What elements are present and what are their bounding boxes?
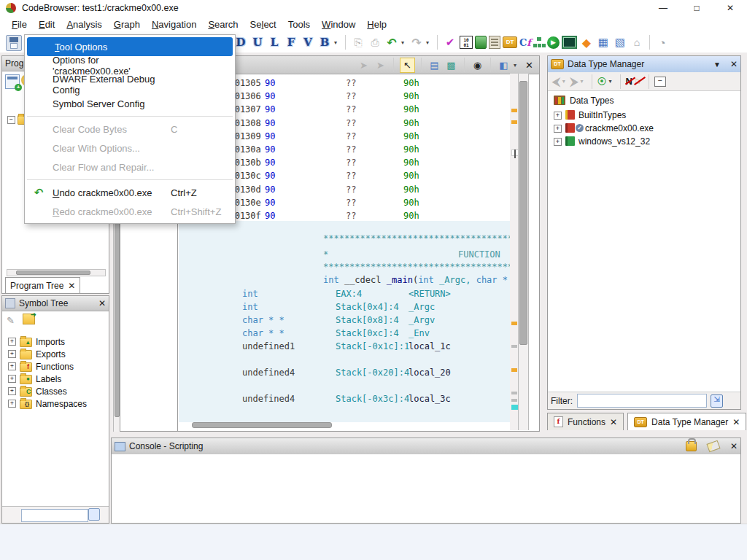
nav-marker[interactable]	[511, 399, 517, 402]
nav-marker[interactable]	[511, 345, 517, 348]
console-close-icon[interactable]: ✕	[730, 441, 738, 451]
data-type-manager-icon[interactable]: DT	[503, 36, 517, 48]
maximize-button[interactable]: □	[680, 0, 713, 16]
copy-icon[interactable]: ⎘	[351, 35, 365, 50]
tree-expander-plus[interactable]: +	[8, 387, 16, 395]
console-output[interactable]	[112, 454, 740, 523]
cursor-back-icon[interactable]: ➤	[357, 58, 371, 72]
new-tree-icon[interactable]: +	[5, 74, 20, 89]
console-clear-eraser-icon[interactable]	[706, 440, 720, 453]
field-formatter-caret-icon[interactable]: ▾	[514, 62, 519, 69]
console-header[interactable]: Console - Scripting ✕	[112, 438, 740, 455]
program-tree-tab-close-icon[interactable]: ✕	[68, 281, 75, 291]
cursor-location-icon[interactable]: ↖	[400, 58, 415, 73]
console-lock-icon[interactable]	[686, 441, 697, 451]
dtm-item-windows-vs12-32[interactable]: +windows_vs12_32	[548, 135, 740, 148]
dtm-header[interactable]: DT Data Type Manager ▼ ✕	[548, 56, 740, 73]
cursor-forward-icon[interactable]: ➤	[374, 58, 387, 72]
menubar-item-edit[interactable]: Edit	[33, 18, 61, 31]
tree-expander-minus[interactable]: −	[7, 116, 15, 124]
tree-expander-plus[interactable]: +	[554, 125, 562, 133]
tab-close-icon[interactable]: ✕	[732, 417, 740, 427]
tree-expander-plus[interactable]: +	[8, 350, 16, 358]
dtm-close-icon[interactable]: ✕	[730, 59, 738, 69]
menu-item-options-for-crackme0x00-exe[interactable]: Options for 'crackme0x00.exe'	[25, 56, 235, 75]
tab-data-type-manager[interactable]: DTData Type Manager✕	[627, 413, 746, 430]
goto-symbol-icon[interactable]: ➜	[23, 314, 35, 324]
symbol-table-icon[interactable]: ⌂	[630, 35, 644, 50]
dtm-filter-pointers-icon[interactable]: ☞	[635, 76, 643, 87]
symbol-tree-item-imports[interactable]: +▴Imports	[2, 335, 109, 348]
nav-marker[interactable]	[511, 322, 517, 325]
tree-expander-plus[interactable]: +	[8, 400, 16, 408]
tree-expander-plus[interactable]: +	[554, 112, 562, 120]
redo-icon[interactable]: ↷	[409, 35, 424, 50]
nav-marker[interactable]	[511, 368, 517, 372]
menu-item-dwarf-external-debug-config[interactable]: DWARF External Debug Config	[25, 75, 235, 94]
dtm-filter-arrays-icon[interactable]: N	[626, 76, 632, 87]
minimize-button[interactable]: —	[646, 0, 680, 16]
tree-expander-plus[interactable]: +	[8, 375, 16, 383]
toolbar-letter-d[interactable]: D	[233, 36, 248, 49]
call-tree-icon[interactable]	[533, 36, 545, 48]
byte-viewer-icon[interactable]: 1001	[460, 36, 473, 49]
tab-functions[interactable]: fFunctions✕	[547, 413, 624, 430]
function-compare-icon[interactable]: Cf	[519, 37, 531, 48]
menubar-item-file[interactable]: File	[6, 18, 33, 31]
tab-close-icon[interactable]: ✕	[610, 417, 617, 427]
nav-marker[interactable]	[511, 120, 517, 124]
symbol-tree-close-icon[interactable]: ✕	[98, 298, 106, 308]
tree-expander-plus[interactable]: +	[8, 338, 16, 346]
dtm-filter-input[interactable]	[577, 394, 707, 408]
menubar-item-search[interactable]: Search	[202, 18, 244, 31]
dtm-forward-icon[interactable]: ⮞	[570, 75, 578, 88]
save-icon[interactable]	[6, 35, 22, 51]
validate-icon[interactable]: ✔	[443, 35, 457, 50]
dtm-preview-icon[interactable]: ⦿	[597, 76, 607, 87]
symbol-tree-item-functions[interactable]: +fFunctions	[2, 360, 109, 373]
toolbar-letter-f[interactable]: F	[284, 36, 298, 49]
memory-icon[interactable]	[562, 36, 577, 49]
diff-view-icon[interactable]: ▩	[444, 58, 458, 72]
table-export-icon[interactable]: ▧	[613, 35, 627, 50]
paste-icon[interactable]: ⎙	[368, 35, 382, 50]
menubar-item-graph[interactable]: Graph	[108, 18, 146, 31]
toolbar-letters-caret-icon[interactable]: ▾	[334, 39, 340, 46]
field-formatter-icon[interactable]: ◧	[497, 58, 511, 72]
table-window-icon[interactable]: ▦	[596, 35, 611, 50]
undo-icon[interactable]: ↶	[384, 35, 399, 50]
memory-map-icon[interactable]	[489, 36, 500, 49]
snapshot-camera-icon[interactable]: ◉	[471, 58, 484, 72]
dtm-filter-column-icon[interactable]: ⇲	[711, 394, 723, 408]
nav-marker[interactable]	[511, 109, 517, 112]
menu-item-undo-crackme0x00-exe[interactable]: ↶Undo crackme0x00.exeCtrl+Z	[25, 183, 235, 202]
dtm-item-crackme0x00-exe[interactable]: +✓crackme0x00.exe	[548, 122, 740, 135]
dtm-collapse-all-icon[interactable]: −	[654, 77, 666, 87]
dtm-root-row[interactable]: Data Types	[548, 94, 740, 107]
dtm-back-icon[interactable]: ⮜	[552, 75, 560, 88]
toolbar-letter-b[interactable]: B	[317, 36, 332, 49]
symbol-filter-input[interactable]	[21, 509, 88, 522]
symbol-tree-item-namespaces[interactable]: +{}Namespaces	[2, 397, 109, 410]
edit-symbol-icon[interactable]: ✎	[7, 315, 15, 326]
menubar-item-select[interactable]: Select	[244, 18, 282, 31]
menubar-item-help[interactable]: Help	[361, 18, 392, 31]
redo-caret-icon[interactable]: ▾	[426, 39, 432, 46]
help-bubble-icon[interactable]: ◔	[655, 35, 670, 50]
menu-item-symbol-server-config[interactable]: Symbol Server Config	[25, 94, 235, 113]
script-manager-icon[interactable]	[475, 36, 487, 49]
dtm-item-builtintypes[interactable]: +BuiltInTypes	[548, 109, 740, 122]
listing-hscrollbar[interactable]	[179, 421, 514, 428]
run-script-icon[interactable]: ▶	[547, 36, 560, 49]
menubar-item-analysis[interactable]: Analysis	[61, 18, 107, 31]
symbol-tree-item-classes[interactable]: +CClasses	[2, 385, 109, 397]
close-button[interactable]: ✕	[713, 0, 747, 16]
nav-marker[interactable]	[511, 392, 517, 394]
tree-expander-plus[interactable]: +	[554, 138, 562, 146]
symbol-tree-item-exports[interactable]: +Exports	[2, 348, 109, 360]
menubar-item-navigation[interactable]: Navigation	[146, 18, 202, 31]
program-tree-tab[interactable]: Program Tree ✕	[5, 277, 80, 293]
bookmark-icon[interactable]: ◆	[579, 35, 594, 50]
nav-marker-cursor[interactable]	[511, 405, 518, 410]
menubar-item-window[interactable]: Window	[316, 18, 361, 31]
